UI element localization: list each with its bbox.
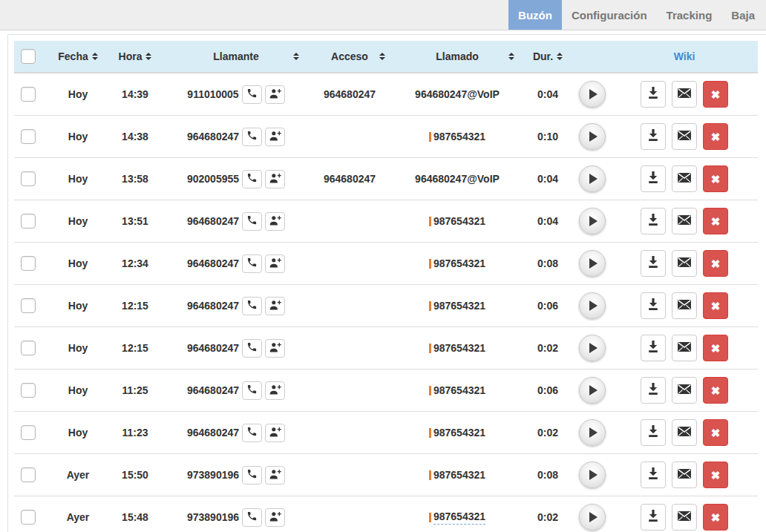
play-button[interactable] xyxy=(579,335,606,361)
add-contact-button[interactable] xyxy=(265,339,285,358)
email-button[interactable] xyxy=(672,81,697,108)
select-all-checkbox[interactable] xyxy=(21,49,36,64)
play-button[interactable] xyxy=(579,208,606,234)
row-checkbox[interactable] xyxy=(21,298,36,313)
email-button[interactable] xyxy=(672,419,697,446)
row-checkbox[interactable] xyxy=(21,87,36,102)
add-contact-button[interactable] xyxy=(265,381,285,400)
row-checkbox[interactable] xyxy=(21,129,36,144)
add-contact-button[interactable] xyxy=(265,85,285,104)
row-checkbox[interactable] xyxy=(21,256,36,271)
delete-button[interactable]: ✖ xyxy=(703,208,728,234)
download-button[interactable] xyxy=(641,123,666,150)
download-button[interactable] xyxy=(641,419,666,446)
download-button[interactable] xyxy=(641,462,666,488)
fecha-cell: Hoy xyxy=(51,342,105,354)
delete-button[interactable]: ✖ xyxy=(703,292,728,319)
row-checkbox[interactable] xyxy=(21,383,36,398)
download-button[interactable] xyxy=(641,81,666,108)
email-button[interactable] xyxy=(672,250,697,277)
tab-tracking[interactable]: Tracking xyxy=(657,0,722,30)
row-checkbox[interactable] xyxy=(21,467,36,482)
email-button[interactable] xyxy=(672,377,697,404)
call-back-button[interactable] xyxy=(242,508,262,527)
header-llamado[interactable]: Llamado xyxy=(393,50,522,62)
llamante-value: 911010005 xyxy=(187,88,238,100)
row-checkbox[interactable] xyxy=(21,510,36,525)
delete-button[interactable]: ✖ xyxy=(703,462,728,488)
header-llamante[interactable]: Llamante xyxy=(166,50,307,62)
tab-buzon[interactable]: Buzón xyxy=(508,0,562,30)
delete-button[interactable]: ✖ xyxy=(703,250,728,277)
play-button[interactable] xyxy=(579,250,606,277)
delete-button[interactable]: ✖ xyxy=(703,165,728,192)
person-add-icon xyxy=(269,215,281,228)
header-fecha[interactable]: Fecha xyxy=(51,50,105,62)
add-contact-button[interactable] xyxy=(265,466,285,485)
delete-button[interactable]: ✖ xyxy=(703,377,728,404)
row-checkbox[interactable] xyxy=(21,214,36,229)
delete-button[interactable]: ✖ xyxy=(703,123,728,150)
download-button[interactable] xyxy=(641,377,666,404)
header-dur[interactable]: Dur. xyxy=(522,50,574,62)
delete-button[interactable]: ✖ xyxy=(703,419,728,446)
header-acceso-label: Acceso xyxy=(331,50,368,62)
play-button[interactable] xyxy=(579,462,606,488)
email-button[interactable] xyxy=(672,208,697,234)
play-button[interactable] xyxy=(579,292,606,319)
delete-button[interactable]: ✖ xyxy=(703,335,728,361)
tab-configuracion[interactable]: Configuración xyxy=(562,0,657,30)
download-button[interactable] xyxy=(641,165,666,192)
email-button[interactable] xyxy=(672,123,697,150)
call-back-button[interactable] xyxy=(242,170,262,188)
header-acceso[interactable]: Acceso xyxy=(307,50,393,62)
add-contact-button[interactable] xyxy=(265,254,285,273)
hora-cell: 12:34 xyxy=(105,257,166,269)
play-button[interactable] xyxy=(579,377,606,404)
call-back-button[interactable] xyxy=(242,128,262,146)
row-checkbox[interactable] xyxy=(21,341,36,355)
add-contact-button[interactable] xyxy=(265,170,285,188)
delete-button[interactable]: ✖ xyxy=(703,504,728,531)
header-hora[interactable]: Hora xyxy=(105,50,166,62)
row-checkbox-cell xyxy=(14,87,51,102)
row-checkbox[interactable] xyxy=(21,171,36,186)
add-contact-button[interactable] xyxy=(265,297,285,315)
play-icon xyxy=(589,174,598,184)
download-button[interactable] xyxy=(641,208,666,234)
download-button[interactable] xyxy=(641,504,666,531)
add-contact-button[interactable] xyxy=(265,508,285,527)
call-back-button[interactable] xyxy=(242,466,262,485)
call-back-button[interactable] xyxy=(242,339,262,358)
person-add-icon xyxy=(269,511,281,524)
call-back-button[interactable] xyxy=(242,212,262,231)
row-checkbox[interactable] xyxy=(21,425,36,440)
tab-baja[interactable]: Baja xyxy=(721,0,765,30)
play-button[interactable] xyxy=(579,504,606,531)
add-contact-button[interactable] xyxy=(265,128,285,146)
download-button[interactable] xyxy=(641,335,666,361)
email-button[interactable] xyxy=(672,504,697,531)
download-button[interactable] xyxy=(641,292,666,319)
call-back-button[interactable] xyxy=(242,424,262,442)
header-wiki[interactable]: Wiki xyxy=(611,50,758,62)
llamado-value: 987654321 xyxy=(433,300,485,312)
call-back-button[interactable] xyxy=(242,381,262,400)
call-back-button[interactable] xyxy=(242,85,262,104)
email-button[interactable] xyxy=(672,165,697,192)
email-button[interactable] xyxy=(672,292,697,319)
play-button[interactable] xyxy=(579,123,606,150)
play-button[interactable] xyxy=(579,419,606,446)
envelope-icon xyxy=(678,342,691,354)
play-button[interactable] xyxy=(579,165,606,192)
call-back-button[interactable] xyxy=(242,297,262,315)
add-contact-button[interactable] xyxy=(265,424,285,442)
play-button[interactable] xyxy=(579,81,606,108)
download-button[interactable] xyxy=(641,250,666,277)
delete-button[interactable]: ✖ xyxy=(703,81,728,108)
add-contact-button[interactable] xyxy=(265,212,285,231)
voicemail-table: Fecha Hora Llamante Acceso Llamado Dur. xyxy=(14,41,758,532)
call-back-button[interactable] xyxy=(242,254,262,273)
email-button[interactable] xyxy=(672,462,697,488)
email-button[interactable] xyxy=(672,335,697,361)
